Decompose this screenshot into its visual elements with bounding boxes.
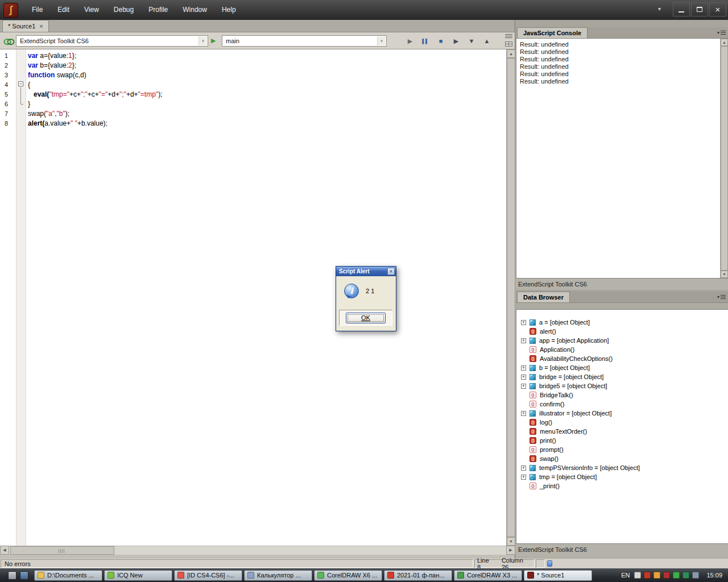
menu-debug[interactable]: Debug (106, 0, 141, 20)
tab-close-icon[interactable]: × (39, 23, 43, 30)
expand-icon[interactable]: + (521, 375, 526, 380)
tray-icon-4[interactable] (663, 572, 670, 579)
scroll-down-icon[interactable]: ▼ (507, 537, 515, 546)
expand-icon[interactable]: + (521, 465, 526, 471)
engine-dropdown[interactable]: main ▾ (222, 35, 387, 47)
tree-row[interactable]: ()print() (521, 436, 728, 445)
tree-row[interactable]: +app = [object Application] (521, 336, 728, 345)
code-line[interactable]: function swap(c,d) (28, 70, 506, 80)
code-line[interactable]: eval("tmp="+c+";"+c+"="+d+";"+d+"=tmp"); (28, 90, 506, 99)
step-into-button[interactable]: ▼ (466, 38, 477, 44)
ok-button[interactable]: OK (346, 313, 386, 323)
scroll-up-icon[interactable]: ▲ (721, 39, 728, 46)
code-line[interactable]: var b={value:2}; (28, 61, 506, 70)
menu-view[interactable]: View (77, 0, 106, 20)
expand-icon[interactable]: + (521, 411, 526, 416)
scrollbar-thumb[interactable] (721, 46, 728, 271)
code-line[interactable]: var a={value:1}; (28, 51, 506, 61)
step-over-button[interactable]: ▶ (451, 38, 461, 45)
tree-row[interactable]: ()confirm() (521, 400, 728, 409)
menu-window[interactable]: Window (175, 0, 214, 20)
tree-row[interactable]: ()menuTextOrder() (521, 427, 728, 436)
taskbar-button[interactable]: ICQ New (104, 570, 172, 581)
dialog-close-button[interactable]: × (387, 268, 395, 275)
code-line[interactable]: { (28, 80, 506, 90)
fold-collapse-icon[interactable]: − (18, 81, 23, 86)
menu-file[interactable]: File (24, 0, 50, 20)
tree-row[interactable]: +a = [object Object] (521, 318, 728, 327)
titlebar-chevron-icon[interactable]: ▾ (658, 0, 661, 18)
code-line[interactable]: swap("a","b"); (28, 109, 506, 119)
language-indicator[interactable]: EN (621, 572, 630, 579)
tree-row[interactable]: ()_print() (521, 481, 728, 490)
tray-icon-3[interactable] (653, 572, 660, 579)
tray-icon-5[interactable] (673, 572, 680, 579)
expand-icon[interactable]: + (521, 365, 526, 371)
tree-row[interactable]: ()Application() (521, 345, 728, 354)
menu-help[interactable]: Help (214, 0, 243, 20)
menu-edit[interactable]: Edit (50, 0, 77, 20)
scrollbar-thumb[interactable] (10, 546, 114, 555)
tree-row[interactable]: +illustrator = [object Object] (521, 409, 728, 418)
tray-icon-1[interactable] (634, 572, 641, 579)
scroll-up-icon[interactable]: ▲ (507, 49, 515, 58)
tree-row[interactable]: ()log() (521, 418, 728, 427)
panel-menu-icon[interactable]: ▾ (717, 294, 726, 300)
tab-data-browser[interactable]: Data Browser (517, 292, 570, 302)
code-line[interactable]: alert(a.value+" "+b.value); (28, 119, 506, 128)
dialog-titlebar[interactable]: Script Alert × (336, 267, 396, 276)
taskbar-button[interactable]: CorelDRAW X6 ... (314, 570, 382, 581)
run-button[interactable]: ▶ (405, 38, 415, 45)
scrollbar-track[interactable] (9, 546, 506, 555)
scrollbar-thumb[interactable] (507, 58, 515, 537)
quicklaunch-icon-1[interactable] (8, 571, 16, 580)
taskbar-button[interactable]: D:\Documents ... (34, 570, 102, 581)
list-view-icon[interactable] (505, 34, 512, 39)
tab-javascript-console[interactable]: JavaScript Console (517, 27, 588, 38)
editor-horizontal-scrollbar[interactable]: ◀ ▶ (0, 546, 515, 555)
scroll-down-icon[interactable]: ▼ (721, 271, 728, 278)
tree-row[interactable]: ()BridgeTalk() (521, 390, 728, 400)
tree-row[interactable]: +bridge = [object Object] (521, 372, 728, 381)
tray-icon-2[interactable] (644, 572, 651, 579)
restore-button[interactable] (691, 2, 708, 16)
code-line[interactable]: } (28, 99, 506, 109)
tree-row[interactable]: ()prompt() (521, 445, 728, 454)
tree-row[interactable]: ()AvailabilityCheckOptions() (521, 354, 728, 363)
expand-icon[interactable]: + (521, 384, 526, 389)
grid-view-icon[interactable] (505, 41, 512, 47)
tray-icon-6[interactable] (682, 572, 689, 579)
taskbar-button[interactable]: [ID CS4-CS6] -... (174, 570, 242, 581)
taskbar-button[interactable]: * Source1 (524, 570, 592, 581)
clock[interactable]: 15:09 (706, 572, 722, 579)
minimize-button[interactable] (673, 2, 690, 16)
scroll-left-icon[interactable]: ◀ (0, 546, 9, 555)
scroll-right-icon[interactable]: ▶ (506, 546, 515, 555)
expand-icon[interactable]: + (521, 338, 526, 343)
tab-source1[interactable]: * Source1 × (2, 20, 49, 32)
tree-row[interactable]: +tempPSVersionInfo = [object Object] (521, 463, 728, 472)
taskbar-button[interactable]: Калькулятор ... (244, 570, 312, 581)
menu-profile[interactable]: Profile (141, 0, 175, 20)
code-editor[interactable]: 12345678 − var a={value:1};var b={value:… (0, 49, 515, 546)
taskbar-button[interactable]: 2021-01 ф-пан... (384, 570, 452, 581)
target-app-dropdown[interactable]: ExtendScript Toolkit CS6 ▾ (16, 35, 208, 47)
code-lines[interactable]: var a={value:1};var b={value:2};function… (26, 49, 506, 546)
quicklaunch-icon-2[interactable] (20, 571, 28, 580)
close-button[interactable]: × (709, 2, 726, 16)
tree-row[interactable]: +b = [object Object] (521, 363, 728, 372)
tree-row[interactable]: ()alert() (521, 327, 728, 336)
tray-icon-7[interactable] (692, 572, 699, 579)
tree-row[interactable]: +tmp = [object Object] (521, 472, 728, 481)
tree-row[interactable]: +bridge5 = [object Object] (521, 381, 728, 390)
tree-row[interactable]: ()swap() (521, 454, 728, 463)
pause-button[interactable]: ▌▌ (420, 39, 431, 44)
expand-icon[interactable]: + (521, 475, 526, 480)
panel-menu-icon[interactable]: ▾ (717, 30, 726, 35)
stop-button[interactable]: ■ (436, 38, 446, 44)
step-out-button[interactable]: ▲ (482, 38, 492, 44)
taskbar-button[interactable]: CorelDRAW X3 ... (454, 570, 522, 581)
console-scrollbar[interactable]: ▲ ▼ (720, 39, 728, 278)
editor-vertical-scrollbar[interactable]: ▲ ▼ (506, 49, 515, 546)
expand-icon[interactable]: + (521, 320, 526, 325)
